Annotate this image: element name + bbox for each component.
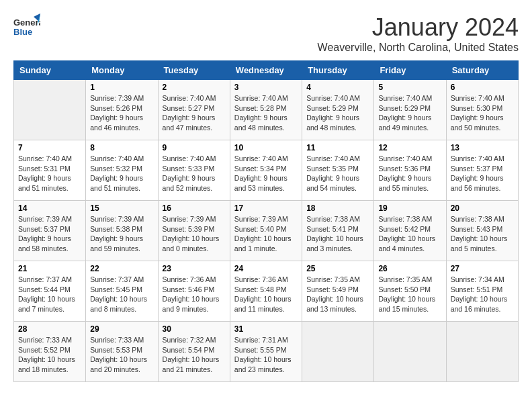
cell-sun-info: Sunrise: 7:31 AM Sunset: 5:55 PM Dayligh… — [234, 335, 298, 375]
calendar-cell: 1Sunrise: 7:39 AM Sunset: 5:26 PM Daylig… — [86, 80, 158, 140]
logo-icon: General Blue — [13, 13, 40, 40]
day-number: 18 — [306, 203, 369, 213]
day-number: 20 — [451, 203, 514, 213]
cell-sun-info: Sunrise: 7:38 AM Sunset: 5:42 PM Dayligh… — [378, 214, 441, 254]
day-number: 9 — [163, 143, 226, 152]
day-number: 30 — [163, 324, 226, 334]
day-number: 12 — [378, 143, 441, 152]
calendar-week-row: 14Sunrise: 7:39 AM Sunset: 5:37 PM Dayli… — [14, 201, 519, 261]
day-number: 16 — [163, 203, 226, 213]
calendar-cell: 27Sunrise: 7:34 AM Sunset: 5:51 PM Dayli… — [446, 261, 518, 322]
calendar-cell: 22Sunrise: 7:37 AM Sunset: 5:45 PM Dayli… — [86, 261, 158, 322]
cell-sun-info: Sunrise: 7:40 AM Sunset: 5:28 PM Dayligh… — [234, 93, 298, 133]
day-number: 29 — [90, 324, 153, 334]
calendar-cell: 30Sunrise: 7:32 AM Sunset: 5:54 PM Dayli… — [158, 322, 230, 382]
cell-sun-info: Sunrise: 7:38 AM Sunset: 5:43 PM Dayligh… — [451, 214, 514, 254]
calendar-cell: 4Sunrise: 7:40 AM Sunset: 5:29 PM Daylig… — [302, 80, 374, 140]
calendar-cell: 26Sunrise: 7:35 AM Sunset: 5:50 PM Dayli… — [374, 261, 446, 322]
day-header-saturday: Saturday — [446, 61, 518, 80]
day-header-monday: Monday — [86, 61, 158, 80]
day-number: 1 — [90, 83, 153, 92]
day-number: 5 — [378, 83, 441, 92]
day-number: 11 — [306, 143, 369, 152]
day-number: 4 — [306, 83, 369, 92]
calendar-week-row: 21Sunrise: 7:37 AM Sunset: 5:44 PM Dayli… — [14, 261, 519, 322]
calendar-body: 1Sunrise: 7:39 AM Sunset: 5:26 PM Daylig… — [14, 80, 519, 382]
calendar-cell: 3Sunrise: 7:40 AM Sunset: 5:28 PM Daylig… — [230, 80, 302, 140]
cell-sun-info: Sunrise: 7:40 AM Sunset: 5:30 PM Dayligh… — [451, 93, 514, 133]
calendar-cell — [14, 80, 86, 140]
calendar-cell: 19Sunrise: 7:38 AM Sunset: 5:42 PM Dayli… — [374, 201, 446, 261]
day-number: 6 — [451, 83, 514, 92]
cell-sun-info: Sunrise: 7:40 AM Sunset: 5:35 PM Dayligh… — [306, 154, 369, 193]
calendar-cell: 21Sunrise: 7:37 AM Sunset: 5:44 PM Dayli… — [14, 261, 86, 322]
calendar-cell: 18Sunrise: 7:38 AM Sunset: 5:41 PM Dayli… — [302, 201, 374, 261]
calendar-cell — [446, 322, 518, 382]
day-header-friday: Friday — [374, 61, 446, 80]
calendar-cell: 31Sunrise: 7:31 AM Sunset: 5:55 PM Dayli… — [230, 322, 302, 382]
calendar-cell: 14Sunrise: 7:39 AM Sunset: 5:37 PM Dayli… — [14, 201, 86, 261]
day-number: 26 — [378, 264, 441, 273]
calendar-cell — [302, 322, 374, 382]
day-header-sunday: Sunday — [14, 61, 86, 80]
cell-sun-info: Sunrise: 7:40 AM Sunset: 5:33 PM Dayligh… — [163, 154, 226, 193]
cell-sun-info: Sunrise: 7:37 AM Sunset: 5:44 PM Dayligh… — [18, 275, 81, 314]
calendar-cell: 5Sunrise: 7:40 AM Sunset: 5:29 PM Daylig… — [374, 80, 446, 140]
calendar-cell: 11Sunrise: 7:40 AM Sunset: 5:35 PM Dayli… — [302, 140, 374, 201]
calendar-cell: 13Sunrise: 7:40 AM Sunset: 5:37 PM Dayli… — [446, 140, 518, 201]
calendar-cell: 15Sunrise: 7:39 AM Sunset: 5:38 PM Dayli… — [86, 201, 158, 261]
cell-sun-info: Sunrise: 7:35 AM Sunset: 5:49 PM Dayligh… — [306, 275, 369, 314]
cell-sun-info: Sunrise: 7:40 AM Sunset: 5:31 PM Dayligh… — [18, 154, 81, 193]
calendar-cell: 7Sunrise: 7:40 AM Sunset: 5:31 PM Daylig… — [14, 140, 86, 201]
day-number: 13 — [451, 143, 514, 152]
day-header-wednesday: Wednesday — [230, 61, 302, 80]
calendar-cell: 24Sunrise: 7:36 AM Sunset: 5:48 PM Dayli… — [230, 261, 302, 322]
calendar-cell: 6Sunrise: 7:40 AM Sunset: 5:30 PM Daylig… — [446, 80, 518, 140]
day-number: 23 — [163, 264, 226, 273]
calendar-week-row: 28Sunrise: 7:33 AM Sunset: 5:52 PM Dayli… — [14, 322, 519, 382]
day-number: 21 — [18, 264, 81, 273]
day-number: 25 — [306, 264, 369, 273]
calendar-table: SundayMondayTuesdayWednesdayThursdayFrid… — [13, 60, 519, 382]
cell-sun-info: Sunrise: 7:32 AM Sunset: 5:54 PM Dayligh… — [163, 335, 226, 375]
cell-sun-info: Sunrise: 7:40 AM Sunset: 5:27 PM Dayligh… — [163, 93, 226, 133]
day-number: 24 — [234, 264, 298, 273]
day-number: 10 — [234, 143, 298, 152]
cell-sun-info: Sunrise: 7:35 AM Sunset: 5:50 PM Dayligh… — [378, 275, 441, 314]
calendar-cell: 2Sunrise: 7:40 AM Sunset: 5:27 PM Daylig… — [158, 80, 230, 140]
calendar-cell: 25Sunrise: 7:35 AM Sunset: 5:49 PM Dayli… — [302, 261, 374, 322]
cell-sun-info: Sunrise: 7:39 AM Sunset: 5:40 PM Dayligh… — [234, 214, 298, 254]
day-number: 2 — [163, 83, 226, 92]
calendar-cell: 17Sunrise: 7:39 AM Sunset: 5:40 PM Dayli… — [230, 201, 302, 261]
calendar-week-row: 1Sunrise: 7:39 AM Sunset: 5:26 PM Daylig… — [14, 80, 519, 140]
day-header-thursday: Thursday — [302, 61, 374, 80]
day-number: 27 — [451, 264, 514, 273]
day-number: 31 — [234, 324, 298, 334]
cell-sun-info: Sunrise: 7:39 AM Sunset: 5:37 PM Dayligh… — [18, 214, 81, 254]
cell-sun-info: Sunrise: 7:38 AM Sunset: 5:41 PM Dayligh… — [306, 214, 369, 254]
cell-sun-info: Sunrise: 7:36 AM Sunset: 5:48 PM Dayligh… — [234, 275, 298, 314]
day-number: 19 — [378, 203, 441, 213]
cell-sun-info: Sunrise: 7:39 AM Sunset: 5:39 PM Dayligh… — [163, 214, 226, 254]
day-header-tuesday: Tuesday — [158, 61, 230, 80]
calendar-cell: 23Sunrise: 7:36 AM Sunset: 5:46 PM Dayli… — [158, 261, 230, 322]
logo: General Blue — [13, 13, 40, 40]
day-number: 3 — [234, 83, 298, 92]
svg-text:Blue: Blue — [13, 27, 32, 37]
calendar-cell: 8Sunrise: 7:40 AM Sunset: 5:32 PM Daylig… — [86, 140, 158, 201]
cell-sun-info: Sunrise: 7:40 AM Sunset: 5:34 PM Dayligh… — [234, 154, 298, 193]
cell-sun-info: Sunrise: 7:37 AM Sunset: 5:45 PM Dayligh… — [90, 275, 153, 314]
page-header: General Blue January 2024 Weaverville, N… — [13, 13, 519, 54]
location: Weaverville, North Carolina, United Stat… — [318, 42, 519, 54]
cell-sun-info: Sunrise: 7:40 AM Sunset: 5:32 PM Dayligh… — [90, 154, 153, 193]
cell-sun-info: Sunrise: 7:36 AM Sunset: 5:46 PM Dayligh… — [163, 275, 226, 314]
calendar-cell: 28Sunrise: 7:33 AM Sunset: 5:52 PM Dayli… — [14, 322, 86, 382]
calendar-cell: 29Sunrise: 7:33 AM Sunset: 5:53 PM Dayli… — [86, 322, 158, 382]
day-number: 7 — [18, 143, 81, 152]
day-number: 15 — [90, 203, 153, 213]
cell-sun-info: Sunrise: 7:40 AM Sunset: 5:37 PM Dayligh… — [451, 154, 514, 193]
calendar-cell: 16Sunrise: 7:39 AM Sunset: 5:39 PM Dayli… — [158, 201, 230, 261]
calendar-cell: 12Sunrise: 7:40 AM Sunset: 5:36 PM Dayli… — [374, 140, 446, 201]
title-block: January 2024 Weaverville, North Carolina… — [318, 13, 519, 54]
day-number: 28 — [18, 324, 81, 334]
